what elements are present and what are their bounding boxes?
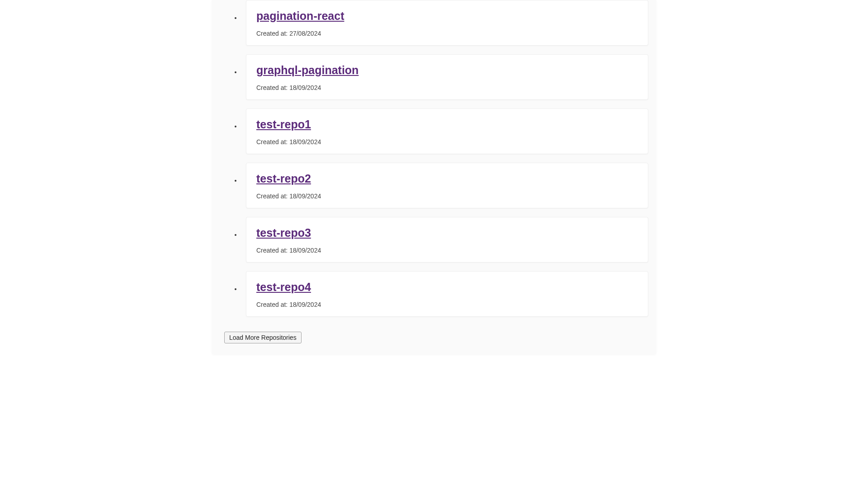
repo-card: test-repo2 Created at: 18/09/2024 (246, 163, 648, 208)
list-item: test-repo1 Created at: 18/09/2024 (241, 108, 645, 154)
repo-card: test-repo1 Created at: 18/09/2024 (246, 108, 648, 154)
repo-created-at: Created at: 18/09/2024 (256, 301, 638, 308)
repo-created-at: Created at: 18/09/2024 (256, 247, 638, 254)
load-more-button[interactable]: Load More Repositories (224, 332, 302, 343)
repo-created-at: Created at: 18/09/2024 (256, 138, 638, 145)
list-item: test-repo4 Created at: 18/09/2024 (241, 271, 645, 317)
repo-list: pagination-react Created at: 27/08/2024 … (223, 0, 645, 317)
list-item: test-repo3 Created at: 18/09/2024 (241, 217, 645, 263)
list-item: test-repo2 Created at: 18/09/2024 (241, 163, 645, 208)
repo-card: pagination-react Created at: 27/08/2024 (246, 0, 648, 46)
repo-link[interactable]: pagination-react (256, 9, 344, 23)
repo-created-at: Created at: 18/09/2024 (256, 84, 638, 91)
repo-created-at: Created at: 27/08/2024 (256, 30, 638, 37)
repo-card: test-repo3 Created at: 18/09/2024 (246, 217, 648, 263)
repo-list-container: pagination-react Created at: 27/08/2024 … (212, 0, 656, 354)
repo-created-at: Created at: 18/09/2024 (256, 192, 638, 200)
repo-link[interactable]: test-repo4 (256, 281, 311, 294)
list-item: pagination-react Created at: 27/08/2024 (241, 0, 645, 46)
repo-link[interactable]: test-repo2 (256, 172, 311, 185)
repo-card: test-repo4 Created at: 18/09/2024 (246, 271, 648, 317)
repo-link[interactable]: test-repo3 (256, 226, 311, 239)
list-item: graphql-pagination Created at: 18/09/202… (241, 54, 645, 100)
repo-card: graphql-pagination Created at: 18/09/202… (246, 54, 648, 100)
repo-link[interactable]: test-repo1 (256, 118, 311, 131)
repo-link[interactable]: graphql-pagination (256, 64, 359, 77)
